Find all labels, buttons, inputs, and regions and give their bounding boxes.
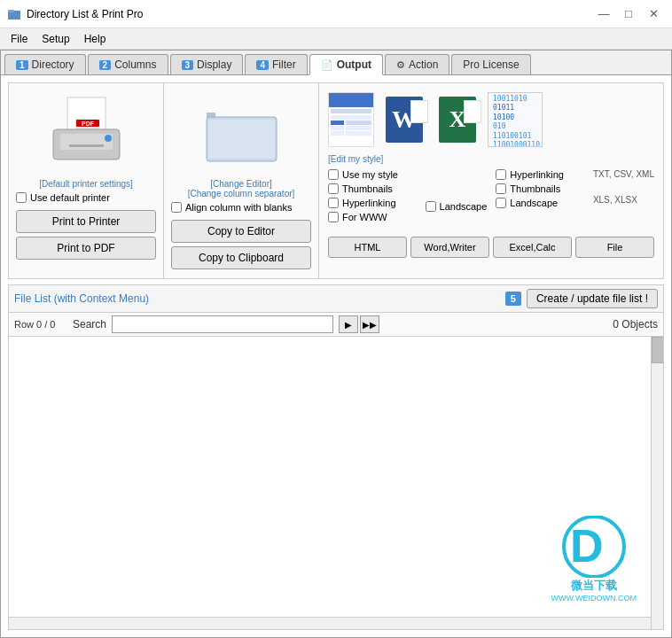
- align-column-checkbox[interactable]: [171, 202, 182, 213]
- panel-editor: [Change Editor] [Change column separator…: [164, 83, 319, 278]
- for-www-checkbox[interactable]: [328, 212, 339, 222]
- copy-to-editor-button[interactable]: Copy to Editor: [171, 220, 311, 243]
- landscape-checkbox-2[interactable]: [496, 198, 506, 208]
- editor-icon-area: [171, 92, 311, 172]
- hyperlinking-row-1: Hyperlinking: [328, 198, 417, 208]
- for-www-label: For WWW: [342, 212, 387, 222]
- thumbnails-label-2: Thumbnails: [510, 183, 560, 194]
- watermark: D 微当下载 WWW.WEIDOWN.COM: [551, 516, 637, 603]
- svg-rect-12: [208, 120, 275, 159]
- menu-help[interactable]: Help: [77, 31, 113, 47]
- search-label: Search: [73, 318, 106, 331]
- editor-buttons: Copy to Editor Copy to Clipboard: [171, 220, 311, 269]
- tab-filter[interactable]: 4 Filter: [245, 54, 307, 74]
- hyperlinking-label-1: Hyperlinking: [342, 198, 396, 208]
- tab-output[interactable]: 📄 Output: [309, 54, 383, 75]
- tab-pro-license-label: Pro License: [463, 58, 519, 71]
- menu-file[interactable]: File: [4, 31, 35, 47]
- file-format-icon: 10011010 01011 10100 010 110100101 11001…: [488, 92, 543, 147]
- tab-filter-num: 4: [256, 60, 269, 70]
- use-my-style-label: Use my style: [342, 169, 398, 180]
- minimize-button[interactable]: —: [592, 5, 615, 23]
- hyperlinking-row-2: Hyperlinking: [496, 169, 584, 180]
- watermark-logo: D: [559, 516, 629, 578]
- search-bar: Row 0 / 0 Search ▶ ▶▶ 0 Objects: [9, 313, 663, 337]
- landscape-label-2: Landscape: [510, 198, 558, 208]
- format-buttons-section: HTML Word,Writer Excel,Calc File: [328, 237, 654, 258]
- title-bar: Directory List & Print Pro — □ ✕: [0, 0, 672, 28]
- word-writer-format-button[interactable]: Word,Writer: [410, 237, 489, 258]
- close-button[interactable]: ✕: [642, 5, 665, 23]
- maximize-button[interactable]: □: [617, 5, 640, 23]
- hyperlinking-checkbox-1[interactable]: [328, 198, 339, 208]
- watermark-text: 微当下载: [571, 578, 617, 594]
- change-column-sep-link[interactable]: [Change column separator]: [171, 189, 311, 198]
- copy-to-clipboard-button[interactable]: Copy to Clipboard: [171, 246, 311, 269]
- menu-setup[interactable]: Setup: [35, 31, 76, 47]
- file-list-link[interactable]: File List (with Context Menu): [14, 292, 149, 305]
- print-to-pdf-button[interactable]: Print to PDF: [16, 237, 156, 260]
- html-format-icon: [328, 92, 374, 147]
- change-editor-link[interactable]: [Change Editor]: [171, 179, 311, 189]
- search-next-end-button[interactable]: ▶▶: [360, 315, 379, 333]
- file-format-button[interactable]: File: [575, 237, 654, 258]
- printer-icon-area: PDF: [16, 92, 156, 172]
- create-file-list-button[interactable]: Create / update file list !: [527, 289, 658, 308]
- print-to-printer-button[interactable]: Print to Printer: [16, 210, 156, 233]
- vertical-scrollbar[interactable]: [651, 337, 663, 629]
- use-default-printer-label: Use default printer: [30, 192, 110, 203]
- tab-filter-label: Filter: [272, 58, 296, 71]
- tab-action[interactable]: ⚙ Action: [385, 54, 449, 74]
- output-panels: PDF [Default printer settings]: [8, 82, 664, 279]
- hyperlinking-checkbox-2[interactable]: [496, 169, 506, 180]
- thumbnails-row-1: Thumbnails: [328, 183, 417, 194]
- svg-rect-8: [69, 144, 104, 147]
- app-icon: [7, 7, 21, 21]
- svg-text:PDF: PDF: [82, 121, 95, 127]
- landscape-row-1: Landscape: [426, 201, 488, 212]
- word-format-icon: W: [381, 92, 427, 147]
- app-title: Directory List & Print Pro: [27, 8, 143, 20]
- align-column-label: Align column with blanks: [185, 202, 292, 213]
- svg-rect-7: [60, 134, 113, 150]
- landscape-row-2: Landscape: [496, 198, 584, 208]
- printer-checkboxes: Use default printer: [16, 192, 156, 205]
- svg-text:D: D: [570, 520, 604, 572]
- landscape-label-1: Landscape: [440, 201, 488, 212]
- page-icon: 📄: [321, 59, 333, 71]
- align-column-row: Align column with blanks: [171, 202, 311, 213]
- edit-my-style-link[interactable]: [Edit my style]: [328, 154, 383, 164]
- thumbnails-row-2: Thumbnails: [496, 183, 584, 194]
- excel-calc-format-button[interactable]: Excel,Calc: [493, 237, 572, 258]
- tab-display-num: 3: [182, 60, 194, 70]
- tab-output-label: Output: [337, 58, 371, 71]
- tab-pro-license[interactable]: Pro License: [451, 54, 530, 74]
- tab-columns[interactable]: 2 Columns: [88, 54, 168, 74]
- content-area: PDF [Default printer settings]: [1, 75, 671, 637]
- html-format-button[interactable]: HTML: [328, 237, 407, 258]
- use-my-style-checkbox[interactable]: [328, 169, 339, 180]
- search-input[interactable]: [112, 315, 333, 333]
- output-checks-col1b: Landscape: [426, 201, 488, 224]
- create-btn-area: 5 Create / update file list !: [505, 289, 658, 308]
- tab-display-label: Display: [197, 58, 231, 71]
- tab-directory[interactable]: 1 Directory: [4, 54, 86, 74]
- printer-buttons: Print to Printer Print to PDF: [16, 210, 156, 260]
- xls-xlsx-label: XLS, XLSX: [593, 195, 637, 205]
- output-checks-col2: Hyperlinking Thumbnails Landscape: [496, 169, 584, 224]
- landscape-checkbox-1[interactable]: [426, 201, 436, 212]
- horizontal-scrollbar[interactable]: [9, 617, 651, 629]
- file-list-header: File List (with Context Menu) 5 Create /…: [9, 285, 663, 313]
- menu-bar: File Setup Help: [0, 28, 672, 50]
- output-checks-col1: Use my style Thumbnails Hyperlinking: [328, 169, 417, 224]
- txt-csv-xml-label: TXT, CSV, XML: [593, 169, 654, 179]
- search-next-button[interactable]: ▶: [339, 315, 358, 333]
- use-default-printer-checkbox[interactable]: [16, 192, 27, 203]
- thumbnails-checkbox-1[interactable]: [328, 183, 339, 194]
- output-checkboxes-area: Use my style Thumbnails Hyperlinking: [328, 169, 654, 224]
- file-list-body: D 微当下载 WWW.WEIDOWN.COM: [9, 337, 663, 629]
- scrollbar-thumb-v[interactable]: [652, 337, 663, 363]
- thumbnails-checkbox-2[interactable]: [496, 183, 506, 194]
- printer-default-settings-link[interactable]: [Default printer settings]: [16, 179, 156, 189]
- tab-display[interactable]: 3 Display: [170, 54, 244, 74]
